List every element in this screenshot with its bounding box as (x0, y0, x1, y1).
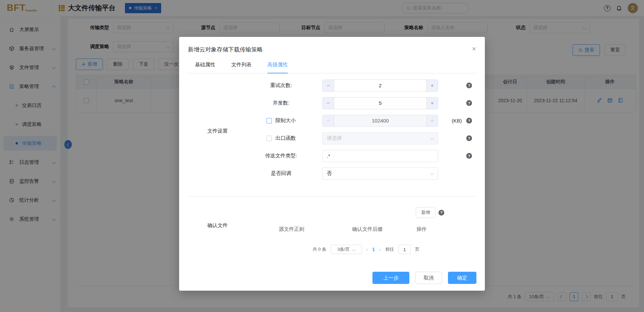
page-unit-label: 页 (415, 246, 420, 252)
help-tooltip-icon[interactable]: ? (438, 210, 444, 216)
size-limit-checkbox[interactable] (266, 118, 272, 124)
size-limit-stepper: − 102400 + (322, 115, 438, 127)
close-icon[interactable]: × (472, 45, 476, 52)
exit-function-checkbox[interactable] (266, 136, 272, 141)
callback-row: 是否回调 否 (247, 166, 476, 181)
size-limit-value: 102400 (334, 115, 426, 127)
next-page-button[interactable]: › (379, 247, 381, 252)
help-tooltip-icon[interactable]: ? (466, 153, 472, 159)
pagination-total: 共 0 条 (313, 246, 326, 252)
help-tooltip-icon[interactable]: ? (466, 100, 472, 106)
retry-count-stepper: − 2 + (322, 80, 438, 92)
header-source-regex: 源文件正则 (247, 226, 336, 232)
retry-count-label: 重试次数: (247, 82, 315, 89)
callback-label: 是否回调 (247, 170, 315, 177)
tab-advanced-properties[interactable]: 高级属性 (267, 62, 288, 73)
callback-select[interactable]: 否 (322, 168, 438, 180)
help-tooltip-icon[interactable]: ? (466, 83, 472, 88)
group-label: 确认文件 (188, 197, 247, 254)
file-settings-group: 文件设置 重试次数: − 2 + ? 并发数: − 5 + ? (179, 78, 485, 184)
help-tooltip-icon[interactable]: ? (466, 118, 472, 124)
increment-button: + (426, 115, 438, 127)
goto-page-input[interactable]: 1 (399, 245, 411, 254)
goto-label: 前往 (385, 246, 394, 252)
concurrency-label: 并发数: (247, 100, 315, 106)
file-type-input[interactable]: .* (322, 150, 438, 162)
exit-function-select: 请选择 (322, 132, 438, 144)
size-limit-row: 限制大小 − 102400 + (KB) ? (247, 113, 476, 128)
concurrency-row: 并发数: − 5 + ? (247, 96, 476, 110)
concurrency-stepper: − 5 + (322, 97, 438, 109)
chevron-down-icon (352, 248, 355, 251)
decrement-button[interactable]: − (323, 80, 334, 91)
cancel-button[interactable]: 取消 (415, 272, 442, 284)
confirm-table-headers: 源文件正则 确认文件后缀 操作 (247, 226, 444, 232)
page-number-1[interactable]: 1 (372, 247, 375, 252)
header-actions: 操作 (399, 226, 444, 232)
confirm-pagination: 共 0 条 3条/页 ‹ 1 › 前往 1 页 (247, 245, 444, 254)
tab-file-list[interactable]: 文件列表 (231, 62, 252, 73)
retry-count-row: 重试次数: − 2 + ? (247, 78, 476, 93)
add-transfer-policy-dialog: 新增云对象存储下载传输策略 × 基础属性 文件列表 高级属性 文件设置 重试次数… (179, 37, 485, 291)
chevron-down-icon (431, 172, 434, 175)
add-confirm-rule-button[interactable]: 新增 (416, 207, 435, 218)
increment-button[interactable]: + (426, 80, 438, 91)
page-size-select[interactable]: 3条/页 (331, 245, 362, 254)
callback-value: 否 (327, 170, 332, 177)
decrement-button: − (323, 115, 334, 127)
previous-step-button[interactable]: 上一步 (372, 272, 409, 284)
dialog-footer: 上一步 取消 确定 (372, 272, 476, 284)
file-type-row: 传送文件类型: .* ? (247, 149, 476, 163)
file-type-label: 传送文件类型: (247, 153, 315, 159)
help-tooltip-icon[interactable]: ? (466, 135, 472, 141)
page-size-value: 3条/页 (337, 246, 350, 252)
retry-count-value[interactable]: 2 (334, 80, 426, 91)
chevron-down-icon (431, 137, 434, 140)
dialog-title: 新增云对象存储下载传输策略 (179, 37, 485, 53)
group-label: 文件设置 (188, 78, 247, 184)
exit-function-row: 出口函数 请选择 ? (247, 131, 476, 146)
prev-page-button[interactable]: ‹ (366, 247, 368, 252)
size-limit-label: 限制大小 (276, 117, 296, 124)
kb-unit-label: (KB) (452, 118, 462, 124)
header-confirm-suffix: 确认文件后缀 (336, 226, 399, 232)
confirm-file-group: 确认文件 新增 ? 源文件正则 确认文件后缀 操作 共 0 条 3条/页 ‹ 1… (179, 197, 485, 254)
concurrency-value[interactable]: 5 (334, 97, 426, 109)
select-placeholder: 请选择 (327, 135, 342, 141)
decrement-button[interactable]: − (323, 97, 334, 109)
tab-basic-properties[interactable]: 基础属性 (195, 62, 215, 73)
dialog-tabs: 基础属性 文件列表 高级属性 (188, 62, 476, 73)
increment-button[interactable]: + (426, 97, 438, 109)
confirm-button[interactable]: 确定 (448, 272, 476, 284)
exit-function-label: 出口函数 (276, 135, 296, 141)
